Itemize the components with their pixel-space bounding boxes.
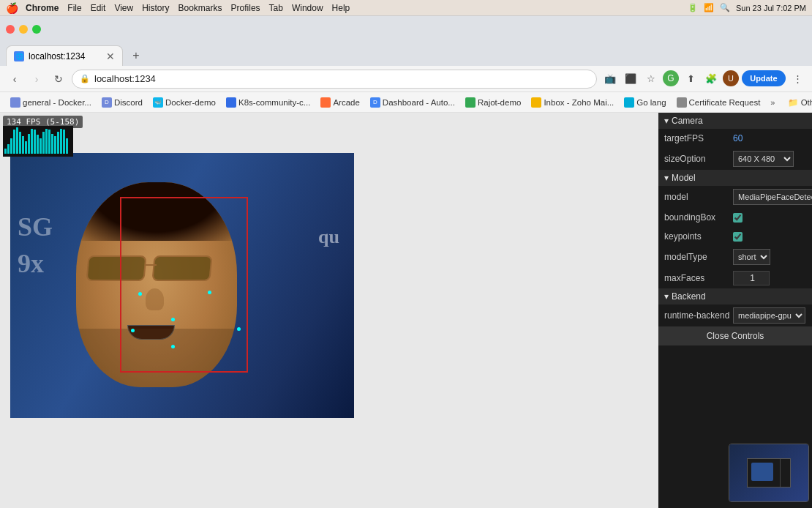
targetfps-label: targetFPS [664,133,730,143]
boundingbox-checkbox[interactable] [733,213,743,223]
tab-title: localhost:1234 [29,51,102,61]
fps-bars [3,126,73,155]
bookmark-dashboard-icon: D [370,97,380,108]
bookmark-more-button[interactable]: » [766,97,779,108]
boundingbox-row: boundingBox [658,208,812,227]
battery-icon: 🔋 [688,3,698,12]
menu-edit[interactable]: Edit [91,3,106,13]
model-section-title: Model [672,173,696,183]
address-bar: ‹ › ↻ 🔒 localhost:1234 📺 ⬛ ☆ G ⬆ 🧩 U Upd… [0,66,812,92]
sizeoption-label: sizeOption [664,154,730,164]
runtime-backend-label: runtime-backend [664,310,730,321]
keypoints-checkbox[interactable] [733,232,743,242]
menu-bar: 🍎 Chrome File Edit View History Bookmark… [0,0,812,16]
more-button[interactable]: ⋮ [789,70,806,88]
sizeoption-select[interactable]: 640 X 480 320 X 240 1280 X 720 [733,151,794,167]
active-tab[interactable]: 🌐 localhost:1234 ✕ [6,45,123,66]
fps-chart [3,126,73,157]
bookmark-docker-demo-icon: 🐳 [153,97,163,108]
datetime-display: Sun 23 Jul 7:02 PM [736,4,806,12]
runtime-backend-select[interactable]: mediapipe-gpu mediapipe-cpu tfjs-webgl [733,307,805,324]
bookmark-discord-icon: D [102,97,112,108]
back-button[interactable]: ‹ [6,70,23,88]
screen-record-button[interactable]: ⬛ [622,70,639,88]
puzzle-button[interactable]: 🧩 [702,70,720,88]
bookmarks-bar: general - Docker... D Discord 🐳 Docker-d… [0,92,812,113]
camera-feed: SG 9x qu [10,153,354,418]
targetfps-value: 60 [733,133,743,143]
keypoint-nose [171,318,175,321]
reload-button[interactable]: ↻ [50,70,67,88]
menu-chrome[interactable]: Chrome [26,3,59,13]
spotlight-icon[interactable]: 🔍 [720,3,730,12]
new-tab-button[interactable]: + [126,45,146,66]
canvas-area: 134 FPS (5-158) SG 9x qu [0,113,658,508]
main-content: 134 FPS (5-158) SG 9x qu [0,113,812,508]
menu-help[interactable]: Help [332,3,350,13]
minimize-button[interactable] [19,25,28,34]
tab-close-button[interactable]: ✕ [106,51,115,62]
menu-bookmarks[interactable]: Bookmarks [178,3,222,13]
model-collapse-arrow: ▾ [664,173,669,183]
maxfaces-label: maxFaces [664,273,730,283]
keypoint-mouth [171,345,175,348]
bookmark-folder[interactable]: 📁 Other Bookmarks [783,96,812,109]
update-button[interactable]: Update [742,70,786,86]
thumbnail-preview [729,444,809,502]
bookmark-discord[interactable]: D Discord [97,96,147,109]
keypoint-left-ear [131,329,135,332]
bookmark-golang-icon [624,97,634,108]
menu-profiles[interactable]: Profiles [231,3,260,13]
menu-bar-items: Chrome File Edit View History Bookmarks … [26,3,350,13]
bookmark-cert[interactable]: Certificate Request [672,96,765,109]
extensions-button[interactable]: G [663,70,679,86]
keypoints-row: keypoints [658,227,812,246]
bookmark-docker-demo[interactable]: 🐳 Docker-demo [149,96,220,109]
menu-history[interactable]: History [142,3,169,13]
user-account-button[interactable]: U [723,70,739,86]
cast-button[interactable]: 📺 [601,70,619,88]
camera-section-header[interactable]: ▾ Camera [658,113,812,129]
share-button[interactable]: ⬆ [682,70,699,88]
bookmark-dashboard[interactable]: D Dashboard - Auto... [366,96,459,109]
model-row: model MediaPipeFaceDetector BlazeFace TF… [658,186,812,208]
targetfps-row: targetFPS 60 [658,129,812,148]
menu-window[interactable]: Window [292,3,323,13]
model-label: model [664,192,730,202]
chrome-window: 🌐 localhost:1234 ✕ + ‹ › ↻ 🔒 localhost:1… [0,16,812,508]
tab-bar: 🌐 localhost:1234 ✕ + [0,42,812,66]
apple-menu-icon[interactable]: 🍎 [6,2,18,14]
bookmark-docker[interactable]: general - Docker... [6,96,96,109]
chrome-titlebar [0,16,812,42]
modeltype-select[interactable]: short full [733,249,770,265]
model-select[interactable]: MediaPipeFaceDetector BlazeFace TFLite [733,189,812,205]
bookmark-docker-icon [10,97,20,108]
sizeoption-row: sizeOption 640 X 480 320 X 240 1280 X 72… [658,148,812,170]
bookmark-zoho-icon [531,97,541,108]
maximize-button[interactable] [32,25,41,34]
backend-section-header[interactable]: ▾ Backend [658,288,812,305]
camera-section-title: Camera [672,116,703,126]
address-display[interactable]: localhost:1234 [94,73,589,84]
close-button[interactable] [6,25,15,34]
maxfaces-input[interactable] [733,271,770,285]
model-section-header[interactable]: ▾ Model [658,170,812,186]
keypoint-right-eye [208,291,211,294]
menu-view[interactable]: View [114,3,133,13]
bookmark-rajot[interactable]: Rajot-demo [461,96,525,109]
bookmark-cert-icon [677,97,687,108]
forward-button[interactable]: › [28,70,45,88]
menu-tab[interactable]: Tab [269,3,283,13]
bookmark-star-button[interactable]: ☆ [642,70,660,88]
bookmark-k8s[interactable]: K8s-community-c... [222,96,315,109]
address-actions: 📺 ⬛ ☆ G ⬆ 🧩 U Update ⋮ [601,70,806,88]
bookmark-zoho[interactable]: Inbox - Zoho Mai... [527,96,618,109]
backend-section-title: Backend [672,291,706,302]
close-controls-button[interactable]: Close Controls [658,326,812,345]
address-input-wrap[interactable]: 🔒 localhost:1234 [72,70,597,89]
menu-file[interactable]: File [67,3,81,13]
bookmark-arcade[interactable]: Arcade [316,96,364,109]
backend-collapse-arrow: ▾ [664,291,669,302]
modeltype-label: modelType [664,252,730,262]
bookmark-golang[interactable]: Go lang [620,96,670,109]
